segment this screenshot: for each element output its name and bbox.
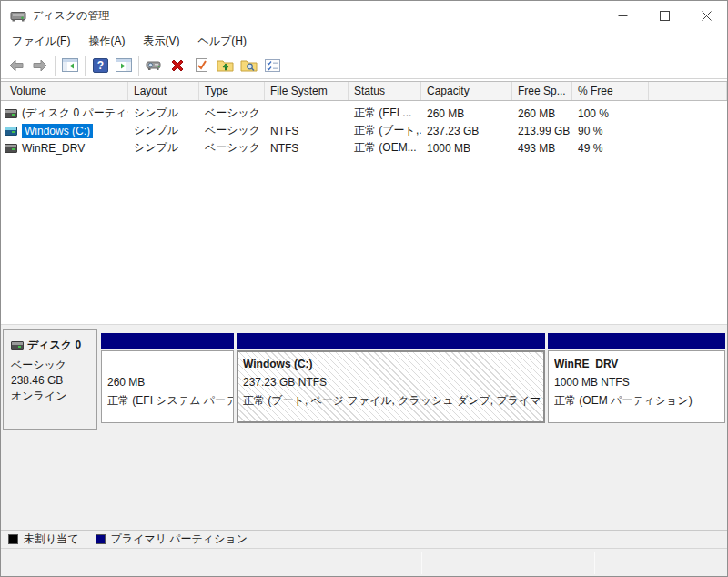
volume-capacity: 260 MB: [421, 107, 512, 120]
partition-winre[interactable]: WinRE_DRV 1000 MB NTFS 正常 (OEM パーティション): [548, 333, 725, 423]
column-header-pct-free[interactable]: % Free: [572, 82, 649, 100]
legend-label-primary-partition: プライマリ パーティション: [111, 531, 248, 547]
help-icon[interactable]: ?: [88, 55, 112, 76]
volume-name: Windows (C:): [22, 124, 93, 138]
volume-list: Volume Layout Type File System Status Ca…: [1, 79, 727, 324]
volume-pct-free: 90 %: [572, 125, 649, 137]
title-bar: ディスクの管理: [1, 1, 727, 30]
disk-name: ディスク 0: [27, 338, 81, 353]
status-bar-divider: [594, 552, 595, 574]
table-row-selected[interactable]: Windows (C:) シンプル ベーシック NTFS 正常 (ブート,...…: [1, 122, 727, 139]
partition-title: [107, 355, 233, 373]
volume-free: 493 MB: [512, 142, 572, 155]
legend: 未割り当て プライマリ パーティション: [1, 530, 727, 548]
disk0-info-panel[interactable]: ディスク 0 ベーシック 238.46 GB オンライン: [3, 329, 97, 430]
toolbar-separator: [138, 56, 139, 76]
show-action-pane-icon[interactable]: [112, 55, 136, 76]
disk-status: オンライン: [11, 389, 93, 404]
menu-action[interactable]: 操作(A): [79, 31, 134, 52]
partition-title: WinRE_DRV: [554, 355, 724, 373]
close-button[interactable]: [685, 1, 727, 30]
column-header-file-system[interactable]: File System: [265, 82, 349, 100]
partition-status: 正常 (ブート, ページ ファイル, クラッシュ ダンプ, プライマリ パーティ…: [243, 391, 543, 410]
column-header-volume[interactable]: Volume: [1, 82, 128, 100]
column-header-capacity[interactable]: Capacity: [421, 82, 512, 100]
disk-type: ベーシック: [11, 358, 93, 373]
partition-color-bar: [548, 333, 725, 349]
menu-help[interactable]: ヘルプ(H): [188, 31, 256, 52]
disk-icon: [11, 341, 24, 350]
partition-windows-c-selected[interactable]: Windows (C:) 237.23 GB NTFS 正常 (ブート, ページ…: [237, 333, 545, 423]
volume-status: 正常 (EFI ...: [349, 106, 421, 121]
table-row[interactable]: (ディスク 0 パーティショ... シンプル ベーシック 正常 (EFI ...…: [1, 105, 727, 122]
partition-status: 正常 (EFI システム パーティシ: [107, 391, 233, 410]
menu-view[interactable]: 表示(V): [134, 31, 188, 52]
toolbar-separator: [55, 56, 56, 76]
explore-folder-icon[interactable]: [237, 55, 260, 76]
table-row[interactable]: WinRE_DRV シンプル ベーシック NTFS 正常 (OEM... 100…: [1, 139, 727, 157]
volume-name: WinRE_DRV: [22, 142, 85, 155]
graphical-disk-view: ディスク 0 ベーシック 238.46 GB オンライン 260 MB 正常 (…: [1, 324, 727, 530]
column-header-status[interactable]: Status: [349, 82, 421, 100]
column-header-layout[interactable]: Layout: [128, 82, 199, 100]
partition-size: 237.23 GB NTFS: [243, 373, 543, 391]
column-header-type[interactable]: Type: [199, 82, 265, 100]
volume-capacity: 237.23 GB: [421, 125, 512, 137]
partition-color-bar: [237, 333, 545, 349]
volume-layout: シンプル: [128, 106, 199, 121]
properties-icon[interactable]: [189, 55, 213, 76]
device-view-icon[interactable]: [142, 55, 166, 76]
details-checklist-icon[interactable]: [260, 55, 284, 76]
minimize-button[interactable]: [602, 1, 643, 30]
volume-pct-free: 49 %: [572, 142, 649, 155]
volume-status: 正常 (ブート,...: [349, 123, 421, 138]
volume-type: ベーシック: [199, 106, 265, 121]
volume-type: ベーシック: [199, 140, 265, 156]
partition-size: 260 MB: [107, 373, 233, 391]
volume-drive-icon: [5, 144, 17, 153]
toolbar-separator: [85, 56, 86, 76]
folder-up-icon[interactable]: [213, 55, 237, 76]
volume-free: 213.99 GB: [512, 125, 572, 137]
volume-status: 正常 (OEM...: [349, 140, 421, 156]
volume-drive-icon: [5, 109, 17, 118]
volume-drive-icon: [5, 127, 17, 136]
legend-swatch-primary-partition: [96, 534, 106, 544]
volume-free: 260 MB: [512, 107, 572, 120]
volume-fs: NTFS: [265, 125, 349, 137]
column-header-filler: [649, 82, 727, 100]
volume-capacity: 1000 MB: [421, 142, 512, 155]
toolbar: ?: [1, 52, 727, 79]
partition-status: 正常 (OEM パーティション): [554, 391, 724, 410]
partition-efi[interactable]: 260 MB 正常 (EFI システム パーティシ: [101, 333, 234, 423]
disk-management-window: ディスクの管理 ファイル(F) 操作(A) 表示(V) ヘルプ(H): [0, 0, 728, 577]
partition-title: Windows (C:): [243, 355, 543, 373]
volume-list-header: Volume Layout Type File System Status Ca…: [1, 81, 727, 101]
volume-layout: シンプル: [128, 140, 199, 156]
volume-layout: シンプル: [128, 123, 199, 138]
forward-icon[interactable]: [28, 55, 52, 76]
svg-text:?: ?: [96, 59, 103, 72]
status-bar-divider: [421, 552, 422, 574]
volume-name: (ディスク 0 パーティショ...: [22, 106, 128, 121]
disk-size: 238.46 GB: [11, 373, 93, 389]
back-icon[interactable]: [5, 55, 28, 76]
menu-file[interactable]: ファイル(F): [3, 31, 79, 52]
maximize-button[interactable]: [643, 1, 685, 30]
show-console-tree-icon[interactable]: [58, 55, 82, 76]
volume-fs: NTFS: [265, 142, 349, 155]
partition-size: 1000 MB NTFS: [554, 373, 724, 391]
delete-volume-icon[interactable]: [166, 55, 189, 76]
status-bar: [1, 548, 727, 577]
window-title: ディスクの管理: [32, 8, 109, 24]
legend-swatch-unallocated: [8, 534, 18, 544]
column-header-free-space[interactable]: Free Sp...: [512, 82, 572, 100]
disk-management-app-icon: [10, 9, 26, 23]
partition-color-bar: [101, 333, 234, 349]
volume-type: ベーシック: [199, 123, 265, 138]
menu-bar: ファイル(F) 操作(A) 表示(V) ヘルプ(H): [1, 30, 727, 52]
volume-pct-free: 100 %: [572, 107, 649, 120]
legend-label-unallocated: 未割り当て: [24, 531, 79, 547]
